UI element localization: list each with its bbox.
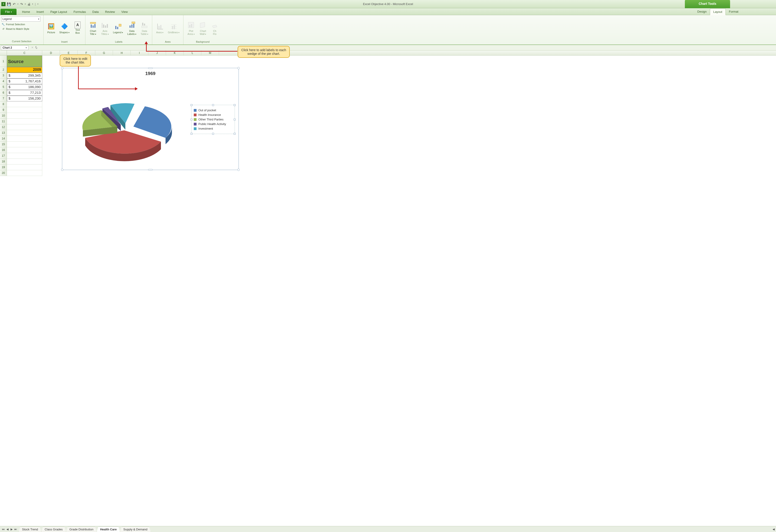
row-header-10[interactable]: 10 [0, 113, 7, 118]
row-header-7[interactable]: 7 [0, 96, 7, 101]
tab-page-layout[interactable]: Page Layout [47, 9, 70, 15]
tab-layout[interactable]: Layout [710, 8, 726, 15]
row-header-3[interactable]: 3 [0, 73, 7, 78]
worksheet-grid[interactable]: C D E F G H I J K L M 1 2 3 4 5 6 7 8 9 … [0, 50, 776, 176]
cell-value-3[interactable]: $186,090 [7, 84, 42, 90]
tab-formulas[interactable]: Formulas [70, 9, 89, 15]
gridlines-button: Gridlines [166, 16, 181, 40]
chart-title-button[interactable]: Chart Title [87, 16, 99, 40]
row-header-17[interactable]: 17 [0, 153, 7, 159]
chart-handle[interactable] [237, 67, 240, 69]
cell-empty[interactable] [7, 101, 42, 107]
shapes-icon: 🔷 [61, 22, 68, 31]
chart-wall-button: Chart Wall [197, 16, 209, 40]
format-selection-button[interactable]: 🔧 Format Selection [1, 22, 42, 26]
legend-item[interactable]: Out of pocket [194, 108, 232, 112]
legend-item[interactable]: Health Insurance [194, 113, 232, 116]
chart-legend[interactable]: Out of pocket Health Insurance Other Thi… [191, 105, 235, 134]
chart-handle[interactable] [237, 169, 240, 171]
cell-empty[interactable] [7, 153, 42, 159]
row-header-13[interactable]: 13 [0, 130, 7, 136]
chart-handle[interactable] [148, 169, 153, 171]
cell-value-1[interactable]: $299,345 [7, 73, 42, 78]
legend-item[interactable]: Other Third Parties [194, 118, 232, 121]
chart-handle[interactable] [148, 67, 153, 69]
row-header-18[interactable]: 18 [0, 159, 7, 165]
legend-icon [114, 22, 122, 31]
cell-value-5[interactable]: $156,230 [7, 96, 42, 101]
tab-format[interactable]: Format [726, 8, 742, 15]
cell-empty[interactable] [7, 142, 42, 147]
cell-empty[interactable] [7, 130, 42, 136]
tab-view[interactable]: View [118, 9, 131, 15]
svg-marker-31 [200, 22, 205, 28]
row-header-19[interactable]: 19 [0, 165, 7, 170]
row-header-9[interactable]: 9 [0, 107, 7, 113]
tab-home[interactable]: Home [19, 9, 33, 15]
cell-empty[interactable] [7, 124, 42, 130]
row-header-6[interactable]: 6 [0, 90, 7, 96]
row-header-5[interactable]: 5 [0, 84, 7, 90]
file-tab[interactable]: File▾ [0, 9, 17, 15]
row-header-20[interactable]: 20 [0, 170, 7, 176]
row-header-11[interactable]: 11 [0, 118, 7, 124]
save-icon[interactable]: 💾 [6, 2, 11, 6]
cell-empty[interactable] [7, 118, 42, 124]
col-header-h[interactable]: H [113, 50, 131, 55]
cell-empty[interactable] [7, 113, 42, 118]
legend-item[interactable]: Investment [194, 127, 232, 130]
shapes-button[interactable]: 🔷 Shapes [57, 16, 71, 40]
row-header-4[interactable]: 4 [0, 78, 7, 84]
pie-chart[interactable] [71, 84, 182, 165]
row-header-8[interactable]: 8 [0, 101, 7, 107]
chart-handle[interactable] [61, 67, 63, 69]
cell-empty[interactable] [7, 107, 42, 113]
chart-title[interactable]: 1969 [62, 71, 238, 76]
cell-empty[interactable] [7, 136, 42, 142]
row-header-12[interactable]: 12 [0, 124, 7, 130]
name-box[interactable]: Chart 2▾ [1, 45, 28, 50]
tab-design[interactable]: Design [694, 8, 710, 15]
redo-icon[interactable]: ↷ [19, 2, 24, 6]
callout-chart-title: Click here to edit the chart title. [60, 55, 91, 66]
cell-empty[interactable] [7, 165, 42, 170]
cell-source-header[interactable]: Source [7, 55, 42, 67]
row-header-16[interactable]: 16 [0, 147, 7, 153]
print-icon[interactable]: 🖨 [27, 2, 31, 6]
cell-value-4[interactable]: $77,213 [7, 90, 42, 96]
legend-item[interactable]: Public Health Activity [194, 122, 232, 126]
group-label-insert: Insert [45, 40, 83, 44]
row-header-14[interactable]: 14 [0, 136, 7, 142]
cell-value-2[interactable]: $1,767,416 [7, 78, 42, 84]
cell-year[interactable]: 2009 [7, 67, 42, 73]
row-header-1[interactable]: 1 [0, 55, 7, 67]
data-labels-button[interactable]: Data Labels [125, 16, 138, 40]
embedded-chart[interactable]: 1969 [62, 68, 239, 170]
tab-insert[interactable]: Insert [33, 9, 47, 15]
row-header-15[interactable]: 15 [0, 142, 7, 147]
svg-rect-15 [142, 23, 143, 25]
col-header-g[interactable]: G [95, 50, 113, 55]
row-header-2[interactable]: 2 [0, 67, 7, 73]
svg-rect-4 [103, 25, 104, 28]
reset-style-button[interactable]: ↺ Reset to Match Style [1, 27, 42, 31]
tab-data[interactable]: Data [89, 9, 102, 15]
legend-swatch [194, 113, 197, 116]
cell-empty[interactable] [7, 159, 42, 165]
picture-button[interactable]: 🖼️ Picture [45, 16, 57, 40]
col-header-d[interactable]: D [42, 50, 60, 55]
group-label-current-selection: Current Selection [1, 39, 42, 43]
cell-empty[interactable] [7, 147, 42, 153]
col-header-c[interactable]: C [7, 50, 42, 55]
col-header-i[interactable]: I [131, 50, 148, 55]
chart-handle[interactable] [61, 169, 63, 171]
cell-empty[interactable] [7, 170, 42, 176]
textbox-button[interactable]: A Text Box [72, 16, 83, 40]
tab-review[interactable]: Review [102, 9, 118, 15]
undo-icon[interactable]: ↶ [12, 2, 17, 6]
chart-element-selector[interactable]: Legend▾ [1, 16, 40, 22]
legend-button[interactable]: Legend [111, 16, 125, 40]
row-headers: 1 2 3 4 5 6 7 8 9 10 11 12 13 14 15 16 1… [0, 55, 7, 176]
svg-rect-8 [115, 26, 117, 29]
fx-icon[interactable]: fx [35, 46, 37, 49]
